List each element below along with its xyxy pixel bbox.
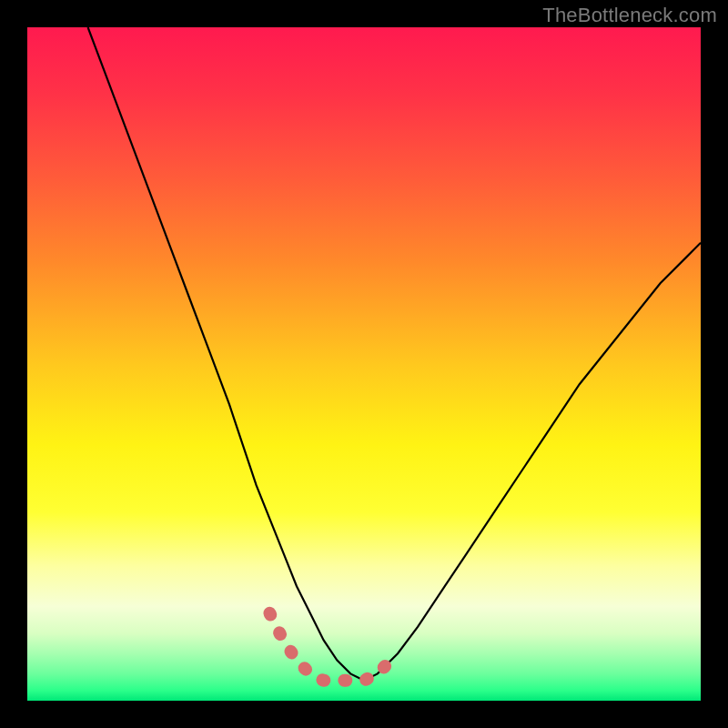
chart-frame: TheBottleneck.com	[0, 0, 728, 728]
watermark-text: TheBottleneck.com	[542, 4, 717, 27]
gradient-background	[27, 27, 701, 701]
plot-area	[27, 27, 701, 701]
bottleneck-chart	[27, 27, 701, 701]
